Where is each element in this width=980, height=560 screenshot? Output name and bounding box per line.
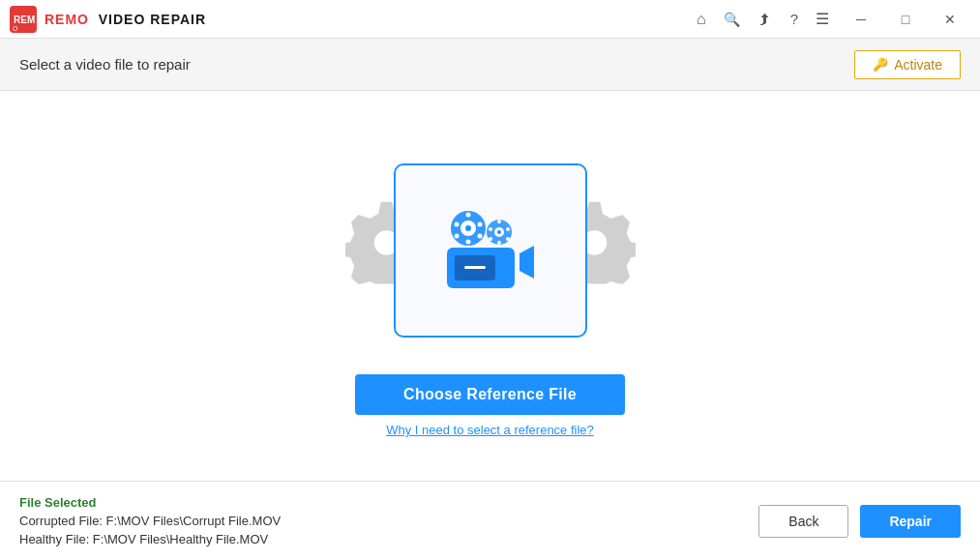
main-content: Choose Reference File Why I need to sele… bbox=[0, 91, 980, 481]
svg-point-11 bbox=[454, 222, 459, 227]
svg-text:O: O bbox=[13, 25, 18, 32]
svg-point-15 bbox=[497, 220, 501, 223]
svg-point-14 bbox=[497, 230, 501, 234]
header-bar: Select a video file to repair 🔑 Activate bbox=[0, 39, 980, 91]
svg-point-18 bbox=[497, 241, 501, 245]
app-title: remo VIDEO REPAIR bbox=[45, 12, 206, 27]
actions-area: Choose Reference File Why I need to sele… bbox=[355, 374, 625, 437]
svg-point-17 bbox=[506, 237, 510, 241]
back-button[interactable]: Back bbox=[758, 505, 848, 538]
app-logo-icon: REM O bbox=[10, 6, 37, 33]
svg-point-16 bbox=[506, 227, 510, 231]
svg-point-10 bbox=[454, 234, 459, 239]
choose-reference-file-button[interactable]: Choose Reference File bbox=[355, 374, 625, 415]
healthy-file-path: Healthy File: F:\MOV Files\Healthy File.… bbox=[19, 532, 281, 546]
corrupted-file-path: Corrupted File: F:\MOV Files\Corrupt Fil… bbox=[19, 514, 281, 528]
maximize-button[interactable]: □ bbox=[883, 0, 928, 39]
menu-icon[interactable]: ☰ bbox=[816, 10, 829, 28]
title-bar-icons: ⌂ 🔍 ⮭ ? ☰ bbox=[697, 10, 829, 28]
svg-point-20 bbox=[489, 227, 492, 231]
bottom-bar: File Selected Corrupted File: F:\MOV Fil… bbox=[0, 481, 980, 560]
svg-point-6 bbox=[465, 213, 470, 218]
illustration bbox=[326, 144, 655, 357]
close-button[interactable]: ✕ bbox=[928, 0, 972, 39]
minimize-button[interactable]: ─ bbox=[839, 0, 883, 39]
why-reference-link[interactable]: Why I need to select a reference file? bbox=[386, 423, 594, 437]
header-title: Select a video file to repair bbox=[19, 56, 191, 73]
app-branding: REM O remo VIDEO REPAIR bbox=[10, 6, 206, 33]
search-icon[interactable]: 🔍 bbox=[724, 12, 740, 27]
activate-button[interactable]: 🔑 Activate bbox=[854, 50, 961, 79]
svg-point-9 bbox=[465, 240, 470, 245]
svg-rect-23 bbox=[464, 266, 486, 269]
help-icon[interactable]: ? bbox=[790, 11, 798, 27]
title-bar: REM O remo VIDEO REPAIR ⌂ 🔍 ⮭ ? ☰ ─ □ ✕ bbox=[0, 0, 980, 39]
svg-point-8 bbox=[477, 234, 482, 239]
bottom-actions: Back Repair bbox=[758, 505, 961, 538]
share-icon[interactable]: ⮭ bbox=[757, 11, 773, 28]
file-info: File Selected Corrupted File: F:\MOV Fil… bbox=[19, 495, 281, 546]
window-controls: ─ □ ✕ bbox=[839, 0, 972, 39]
key-icon: 🔑 bbox=[873, 57, 888, 72]
svg-marker-24 bbox=[520, 246, 534, 279]
file-selected-label: File Selected bbox=[19, 495, 281, 510]
svg-text:REM: REM bbox=[14, 15, 35, 25]
video-reference-box bbox=[394, 163, 587, 338]
svg-point-7 bbox=[477, 222, 482, 227]
home-icon[interactable]: ⌂ bbox=[697, 11, 706, 28]
svg-point-5 bbox=[465, 225, 471, 231]
repair-button[interactable]: Repair bbox=[860, 505, 961, 538]
camera-icon bbox=[437, 207, 544, 294]
svg-point-19 bbox=[489, 237, 492, 241]
